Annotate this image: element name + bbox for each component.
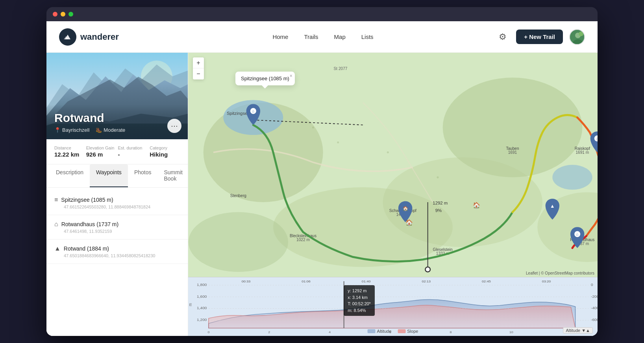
- popup-text: Spitzingsee (1085 m): [241, 76, 289, 81]
- svg-text:Stenberg: Stenberg: [230, 194, 246, 198]
- svg-text:1,600: 1,600: [197, 294, 207, 298]
- hiker-icon: 🥾: [96, 127, 102, 133]
- browser-body: wanderer Home Trails Map Lists ⚙ + New T…: [46, 21, 598, 336]
- svg-point-17: [312, 126, 314, 128]
- map-zoom-controls: + −: [193, 57, 204, 79]
- trail-tabs: Description Waypoints Photos Summit Book: [46, 164, 188, 188]
- svg-text:⌂: ⌂: [252, 109, 254, 113]
- svg-text:03:20: 03:20: [542, 279, 551, 283]
- trail-hero-content: Rotwand 📍 Bayrischzell 🥾 Moderate: [54, 111, 164, 133]
- main-nav: Home Trails Map Lists: [150, 33, 496, 40]
- svg-point-19: [387, 151, 389, 153]
- svg-text:4: 4: [329, 330, 331, 334]
- popup-close-button[interactable]: ×: [290, 73, 292, 79]
- location-icon: 📍: [54, 127, 61, 133]
- svg-point-18: [337, 141, 339, 143]
- svg-text:8: 8: [450, 330, 452, 334]
- svg-text:1022 m: 1022 m: [296, 238, 310, 242]
- svg-text:⌂: ⌂: [596, 136, 598, 141]
- map-view[interactable]: Spitzingsee Schwarzenkopf 1464 m Tauben …: [188, 53, 598, 277]
- legend-slope: Slope: [398, 329, 418, 334]
- tab-photos[interactable]: Photos: [128, 164, 158, 187]
- nav-trails[interactable]: Trails: [304, 33, 318, 40]
- stat-elevation: Elevation Gain 926 m: [86, 146, 117, 158]
- nav-lists[interactable]: Lists: [361, 33, 374, 40]
- altitude-label-button[interactable]: Altitude ▼▲: [563, 327, 593, 334]
- svg-text:2: 2: [268, 330, 270, 334]
- logo-text: wanderer: [80, 32, 119, 42]
- more-options-button[interactable]: ⋯: [167, 119, 181, 133]
- svg-text:🏠: 🏠: [403, 206, 409, 211]
- elevation-chart: 1,800 1,600 1,400 1,200 0 -200 -400 -600…: [188, 277, 598, 336]
- svg-text:🏠: 🏠: [473, 201, 480, 209]
- waypoint-item[interactable]: ⌂ Rotwandhaus (1737 m) 47.6461498, 11.93…: [46, 215, 188, 240]
- nav-map[interactable]: Map: [334, 33, 346, 40]
- main-content: Rotwand 📍 Bayrischzell 🥾 Moderate: [46, 53, 598, 336]
- header-actions: ⚙ + New Trail: [496, 29, 585, 45]
- svg-text:▲: ▲: [550, 203, 555, 209]
- user-avatar[interactable]: [569, 29, 585, 45]
- svg-text:-200: -200: [591, 294, 598, 298]
- legend-altitude: Altitude: [368, 329, 392, 334]
- stat-category: Category Hiking: [150, 146, 180, 158]
- tab-waypoints[interactable]: Waypoints: [90, 164, 128, 187]
- waypoint-item[interactable]: ≡ Spitzingsee (1085 m) 47.66152264550328…: [46, 191, 188, 215]
- svg-text:01:06: 01:06: [302, 279, 311, 283]
- chart-svg: 1,800 1,600 1,400 1,200 0 -200 -400 -600…: [188, 277, 598, 336]
- slope-swatch: [398, 329, 405, 333]
- app-header: wanderer Home Trails Map Lists ⚙ + New T…: [46, 21, 598, 53]
- close-dot[interactable]: [53, 12, 57, 17]
- zoom-in-button[interactable]: +: [193, 57, 204, 68]
- svg-text:1691 m: 1691 m: [576, 150, 589, 155]
- nav-home[interactable]: Home: [272, 33, 288, 40]
- trail-hero: Rotwand 📍 Bayrischzell 🥾 Moderate: [46, 53, 188, 139]
- waypoint-item[interactable]: ▲ Rotwand (1884 m) 47.6501884683966640, …: [46, 240, 188, 264]
- home-icon: ⌂: [54, 221, 58, 228]
- svg-text:1,200: 1,200: [197, 318, 207, 322]
- svg-text:10: 10: [509, 330, 513, 334]
- waypoints-list: ≡ Spitzingsee (1085 m) 47.66152264550328…: [46, 188, 188, 336]
- svg-point-4: [579, 31, 583, 36]
- waypoint-name: ⌂ Rotwandhaus (1737 m): [54, 221, 180, 228]
- waypoint-coords: 47.6501884683966640, 11.9344580825418230: [54, 253, 180, 258]
- waypoint-type-icon: ≡: [54, 196, 58, 203]
- settings-button[interactable]: ⚙: [496, 30, 510, 44]
- map-terrain: Spitzingsee Schwarzenkopf 1464 m Tauben …: [188, 53, 598, 277]
- svg-text:02:13: 02:13: [422, 279, 431, 283]
- new-trail-button[interactable]: + New Trail: [516, 30, 563, 44]
- svg-text:1,800: 1,800: [197, 282, 207, 286]
- map-attribution: Leaflet | © OpenStreetMap contributors: [526, 271, 594, 275]
- trail-location: 📍 Bayrischzell: [54, 127, 89, 133]
- map-popup: Spitzingsee (1085 m) ×: [235, 72, 295, 85]
- svg-text:-600: -600: [591, 318, 598, 322]
- svg-point-20: [437, 176, 439, 178]
- stat-duration: Est. duration -: [118, 146, 148, 158]
- tab-summit-book[interactable]: Summit Book: [157, 164, 188, 187]
- svg-text:-400: -400: [591, 306, 598, 310]
- map-container: Spitzingsee Schwarzenkopf 1464 m Tauben …: [188, 53, 598, 336]
- tab-description[interactable]: Description: [50, 164, 90, 187]
- trail-meta: 📍 Bayrischzell 🥾 Moderate: [54, 127, 164, 133]
- svg-point-37: [425, 267, 430, 272]
- browser-window: wanderer Home Trails Map Lists ⚙ + New T…: [46, 7, 598, 336]
- minimize-dot[interactable]: [61, 12, 65, 17]
- svg-text:1292 m: 1292 m: [433, 201, 448, 205]
- waypoint-name: ▲ Rotwand (1884 m): [54, 245, 180, 252]
- svg-point-16: [552, 165, 592, 190]
- trail-name: Rotwand: [54, 111, 164, 125]
- svg-text:m: m: [188, 303, 192, 306]
- waypoint-name: ≡ Spitzingsee (1085 m): [54, 196, 180, 203]
- maximize-dot[interactable]: [68, 12, 73, 17]
- trail-difficulty: 🥾 Moderate: [96, 127, 125, 133]
- svg-text:🏠: 🏠: [405, 219, 413, 226]
- trail-stats: Distance 12.22 km Elevation Gain 926 m E…: [46, 139, 188, 164]
- zoom-out-button[interactable]: −: [193, 68, 204, 79]
- waypoint-coords: 47.6461498, 11.9352159: [54, 229, 180, 234]
- svg-text:0: 0: [207, 330, 209, 334]
- svg-text:02:45: 02:45: [482, 279, 491, 283]
- stat-distance: Distance 12.22 km: [54, 146, 85, 158]
- svg-text:⌂: ⌂: [576, 232, 579, 236]
- chart-legend: Altitude Slope: [368, 329, 418, 334]
- svg-text:1691: 1691: [508, 150, 517, 155]
- svg-text:0: 0: [591, 282, 593, 286]
